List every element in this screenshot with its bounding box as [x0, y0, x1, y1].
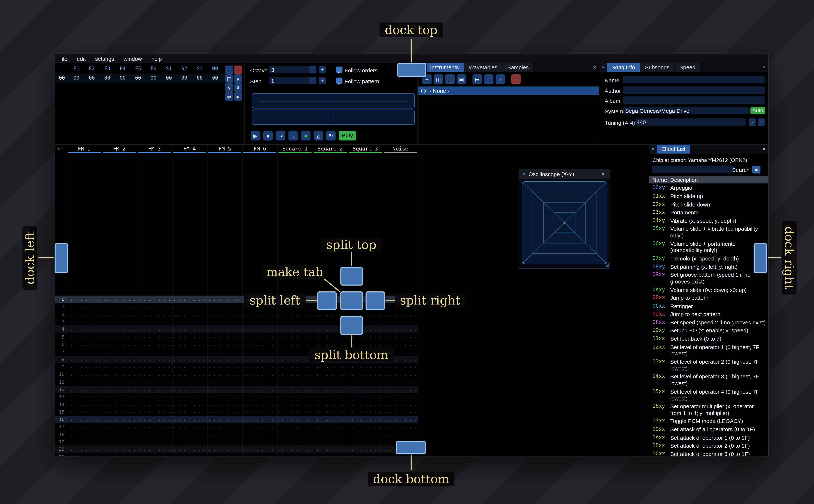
effect-row-0fxx[interactable]: 0FxxSet speed (speed 2 if no grooves exi…	[649, 318, 768, 326]
pattern-row-17[interactable]: 17... .. .. ...... .. .. ...... .. .. ..…	[55, 423, 418, 431]
close-oscilloscope-button[interactable]: ×	[599, 169, 607, 179]
pattern-cell[interactable]: ... .. .. ...	[137, 342, 172, 347]
order-cell-2[interactable]: 00	[99, 75, 115, 81]
order-cell-8[interactable]: 00	[192, 75, 207, 81]
octave-input[interactable]: 3	[269, 66, 311, 73]
order-cell-9[interactable]: 00	[207, 75, 223, 81]
dock-top-target[interactable]	[397, 63, 427, 77]
pattern-cell[interactable]: ... .. .. ...	[207, 297, 242, 302]
move-order-down-button[interactable]: ∨	[225, 83, 233, 92]
step-decrease-button[interactable]: -	[309, 77, 316, 84]
pattern-cell[interactable]: ... .. .. ...	[102, 305, 137, 309]
channel-header-square-3[interactable]: Square 3	[348, 145, 383, 153]
pattern-cell[interactable]: ... .. .. ...	[242, 410, 277, 414]
pattern-cell[interactable]: ... .. .. ...	[277, 387, 312, 392]
album-input[interactable]	[623, 96, 765, 104]
tab-subsongs[interactable]: Subsongs	[640, 63, 674, 72]
pattern-row-20[interactable]: 20... .. .. ...... .. .. ...... .. .. ..…	[55, 446, 418, 453]
instrument-folder-view-toggle[interactable]: ▤	[473, 74, 482, 84]
pattern-row-2[interactable]: 2... .. .. ...... .. .. ...... .. .. ...…	[55, 311, 418, 318]
pattern-cell[interactable]: ... .. .. ...	[67, 312, 102, 317]
pattern-cell[interactable]: ... .. .. ...	[277, 357, 312, 362]
pattern-cell[interactable]: ... .. .. ...	[242, 335, 277, 339]
pattern-cell[interactable]: ... .. .. ...	[383, 417, 418, 422]
effect-row-17xx[interactable]: 17xxToggle PCM mode (LEGACY)	[649, 417, 768, 425]
order-cell-0[interactable]: 00	[69, 75, 84, 81]
make-tab-target[interactable]	[340, 291, 363, 310]
effect-row-08xy[interactable]: 08xySet panning (x: left; y: right)	[649, 263, 768, 271]
pattern-cell[interactable]: ... .. .. ...	[102, 417, 137, 422]
tab-dropdown-button[interactable]: ▼	[649, 145, 657, 153]
pattern-row-13[interactable]: 13... .. .. ...... .. .. ...... .. .. ..…	[55, 393, 418, 401]
pattern-cell[interactable]: ... .. .. ...	[207, 424, 242, 429]
pattern-cell[interactable]: ... .. .. ...	[67, 297, 102, 302]
oscilloscope-titlebar[interactable]: ▼ Oscilloscope (X-Y) ×	[519, 169, 610, 179]
pattern-cell[interactable]: ... .. .. ...	[137, 297, 172, 302]
pattern-cell[interactable]: ... .. .. ...	[67, 387, 102, 392]
split-left-target[interactable]	[317, 291, 336, 310]
play-button[interactable]: ▶	[251, 131, 260, 140]
pattern-cell[interactable]: ... .. .. ...	[172, 335, 207, 339]
pattern-row-21[interactable]: 21... .. .. ...... .. .. ...... .. .. ..…	[55, 453, 418, 456]
pattern-cell[interactable]: ... .. .. ...	[277, 335, 312, 339]
effect-row-12xx[interactable]: 12xxSet level of operator 1 (0 highest, …	[649, 343, 768, 358]
pattern-cell[interactable]: ... .. .. ...	[277, 424, 312, 429]
pattern-cell[interactable]: ... .. .. ...	[383, 432, 418, 437]
pattern-cell[interactable]: ... .. .. ...	[172, 305, 207, 309]
pattern-cell[interactable]: ... .. .. ...	[207, 357, 242, 362]
pattern-cell[interactable]: ... .. .. ...	[172, 319, 207, 324]
channel-header-fm-2[interactable]: FM 2	[102, 145, 137, 153]
channel-header-square-2[interactable]: Square 2	[312, 145, 348, 153]
pattern-cell[interactable]: ... .. .. ...	[137, 319, 172, 324]
pattern-cell[interactable]: ... .. .. ...	[348, 342, 383, 347]
pattern-cell[interactable]: ... .. .. ...	[383, 342, 418, 347]
duplicate-order-button[interactable]: ◫	[225, 74, 233, 83]
pattern-cell[interactable]: ... .. .. ...	[242, 379, 277, 384]
pattern-cell[interactable]: ... .. .. ...	[242, 365, 277, 369]
pattern-cell[interactable]: ... .. .. ...	[137, 410, 172, 414]
order-cell-7[interactable]: 00	[177, 75, 192, 81]
pattern-cell[interactable]: ... .. .. ...	[277, 440, 312, 444]
pattern-cell[interactable]: ... .. .. ...	[383, 410, 418, 414]
effect-row-13xx[interactable]: 13xxSet level of operator 2 (0 highest, …	[649, 358, 768, 373]
pattern-cell[interactable]: ... .. .. ...	[348, 335, 383, 339]
expand-channels-button[interactable]: ++	[57, 146, 63, 151]
follow-pattern-checkbox[interactable]: ✓	[336, 78, 342, 84]
octave-increase-button[interactable]: +	[319, 66, 326, 73]
pattern-cell[interactable]: ... .. .. ...	[348, 440, 383, 444]
split-bottom-target[interactable]	[340, 316, 363, 335]
pattern-cell[interactable]: ... .. .. ...	[172, 432, 207, 437]
effect-row-16xy[interactable]: 16xySet operator multiplier (x: operator…	[649, 402, 768, 417]
pattern-cell[interactable]: ... .. .. ...	[348, 365, 383, 369]
pattern-cell[interactable]: ... .. .. ...	[172, 394, 207, 399]
pattern-cell[interactable]: ... .. .. ...	[242, 424, 277, 429]
pattern-cell[interactable]: ... .. .. ...	[67, 394, 102, 399]
pattern-cell[interactable]: ... .. .. ...	[172, 365, 207, 369]
add-order-button[interactable]: +	[225, 66, 233, 74]
pattern-cell[interactable]: ... .. .. ...	[172, 297, 207, 302]
pattern-cell[interactable]: ... .. .. ...	[102, 447, 137, 452]
pattern-cell[interactable]: ... .. .. ...	[312, 440, 348, 444]
pattern-cell[interactable]: ... .. .. ...	[383, 394, 418, 399]
pattern-cell[interactable]: ... .. .. ...	[207, 440, 242, 444]
pattern-cell[interactable]: ... .. .. ...	[67, 372, 102, 377]
pattern-cell[interactable]: ... .. .. ...	[137, 432, 172, 437]
effect-list-menu-button[interactable]: ≡	[752, 166, 761, 174]
tab-instruments[interactable]: Instruments	[425, 63, 464, 72]
stop-button[interactable]: ■	[263, 131, 273, 140]
pattern-row-4[interactable]: 4... .. .. ...... .. .. ...... .. .. ...…	[55, 326, 418, 333]
order-cell-4[interactable]: 00	[130, 75, 146, 81]
pattern-cell[interactable]: ... .. .. ...	[137, 387, 172, 392]
pattern-cell[interactable]: ... .. .. ...	[102, 297, 137, 302]
pattern-cell[interactable]: ... .. .. ...	[242, 394, 277, 399]
pattern-cell[interactable]: ... .. .. ...	[102, 432, 137, 437]
pattern-cell[interactable]: ... .. .. ...	[67, 440, 102, 444]
pattern-cell[interactable]: ... .. .. ...	[242, 312, 277, 317]
pattern-cell[interactable]: ... .. .. ...	[277, 379, 312, 384]
pattern-cell[interactable]: ... .. .. ...	[383, 312, 418, 317]
pattern-cell[interactable]: ... .. .. ...	[312, 410, 348, 414]
auto-system-button[interactable]: Auto	[750, 107, 765, 114]
effect-row-1bxx[interactable]: 1BxxSet attack of operator 2 (0 to 1F)	[649, 442, 768, 450]
effect-row-15xx[interactable]: 15xxSet level of operator 4 (0 highest, …	[649, 387, 768, 402]
pattern-cell[interactable]: ... .. .. ...	[102, 357, 137, 362]
